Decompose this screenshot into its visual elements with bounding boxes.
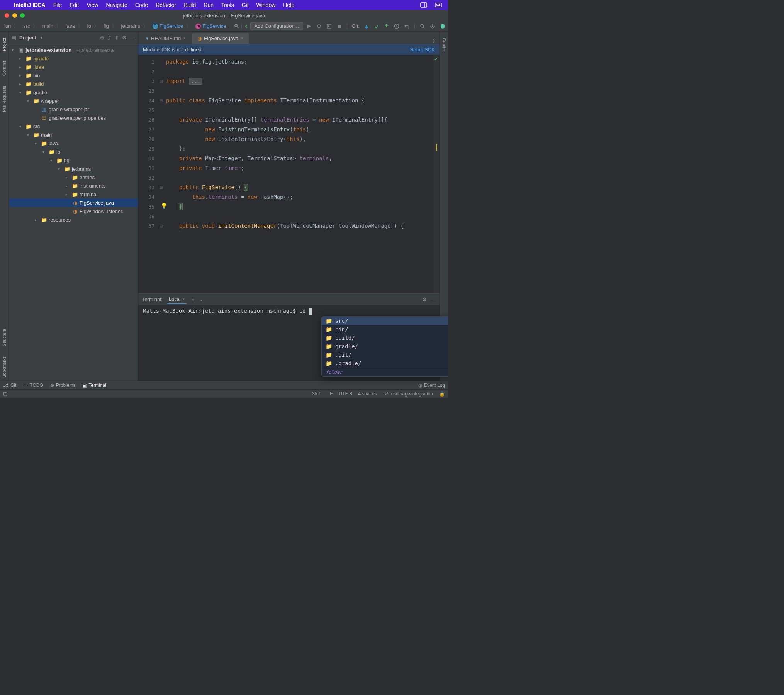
menu-tools[interactable]: Tools	[221, 2, 234, 8]
terminal-settings-icon[interactable]: ⚙	[422, 297, 427, 302]
stop-icon[interactable]	[336, 23, 342, 29]
menu-help[interactable]: Help	[283, 2, 294, 8]
code-editor[interactable]: 123232425262728293031323334353637 ⊞⊟⊟⊟ 💡…	[138, 55, 440, 293]
tree-node[interactable]: ▥gradle-wrapper.jar	[9, 105, 138, 114]
tree-node[interactable]: ◑FigWindowListener.	[9, 207, 138, 215]
bottomtab-problems[interactable]: ⊘ Problems	[50, 383, 76, 388]
tree-node[interactable]: ▾📁io	[9, 147, 138, 156]
tree-root[interactable]: ▾ ▣ jetbrains-extension ~/p/jetbrains-ex…	[9, 46, 138, 54]
suggestion-item[interactable]: 📁bin/	[322, 325, 448, 334]
menu-edit[interactable]: Edit	[70, 2, 79, 8]
sidetab-bookmarks[interactable]: Bookmarks	[1, 353, 7, 381]
tree-node[interactable]: ▤gradle-wrapper.properties	[9, 114, 138, 122]
inspections-icon[interactable]	[234, 23, 240, 29]
session-dropdown-icon[interactable]: ⌄	[199, 297, 203, 302]
menu-git[interactable]: Git	[242, 2, 249, 8]
menubar-keyboard-icon[interactable]	[435, 2, 442, 8]
sidetab-commit[interactable]: Commit	[1, 58, 7, 79]
tree-node[interactable]: ▸📁terminal	[9, 190, 138, 198]
chevron-left-icon[interactable]	[243, 23, 249, 29]
menu-run[interactable]: Run	[204, 2, 214, 8]
breadcrumb-method[interactable]: mFigService	[193, 23, 228, 29]
indent-setting[interactable]: 4 spaces	[358, 391, 377, 397]
lock-icon[interactable]: 🔒	[439, 391, 445, 397]
menu-window[interactable]: Window	[256, 2, 276, 8]
hide-panel-icon[interactable]: —	[130, 35, 135, 41]
ide-shield-icon[interactable]	[440, 23, 446, 29]
tree-node[interactable]: ▸📁bin	[9, 71, 138, 80]
breadcrumb-class[interactable]: CFigService〉	[151, 23, 193, 30]
menu-file[interactable]: File	[53, 2, 62, 8]
editor-tab-figservice[interactable]: ◑ FigService.java ×	[192, 33, 249, 44]
new-session-icon[interactable]: +	[191, 296, 195, 303]
project-view-icon[interactable]: ▤	[12, 35, 16, 41]
git-pull-icon[interactable]	[363, 23, 370, 29]
menu-build[interactable]: Build	[184, 2, 196, 8]
expand-all-icon[interactable]: ⇵	[107, 35, 112, 41]
tree-node[interactable]: ▾📁fig	[9, 156, 138, 164]
tab-overflow-icon[interactable]: ⋮	[430, 37, 436, 44]
tree-node[interactable]: ▾📁main	[9, 131, 138, 139]
search-icon[interactable]	[419, 23, 426, 29]
tree-node[interactable]: ▾📁gradle	[9, 88, 138, 97]
file-encoding[interactable]: UTF-8	[339, 391, 352, 397]
suggestion-item[interactable]: 📁build/	[322, 334, 448, 342]
tree-node[interactable]: ▾📁src	[9, 122, 138, 131]
project-tree[interactable]: ▾ ▣ jetbrains-extension ~/p/jetbrains-ex…	[8, 44, 138, 381]
editor-tab-readme[interactable]: ▾ README.md ×	[141, 33, 191, 44]
bottomtab-todo[interactable]: ≔ TODO	[23, 383, 43, 388]
breadcrumb[interactable]: io〉	[85, 23, 101, 30]
error-stripe[interactable]: ✔	[433, 55, 440, 293]
tree-node[interactable]: ▾📁java	[9, 139, 138, 147]
sidetab-structure[interactable]: Structure	[1, 326, 7, 349]
settings-gear-icon[interactable]	[429, 23, 436, 29]
terminal-body[interactable]: Matts-MacBook-Air:jetbrains-extension ms…	[138, 305, 440, 381]
suggestion-item[interactable]: 📁.gradle/	[322, 359, 448, 368]
sidetab-project[interactable]: Project	[1, 35, 7, 54]
close-tab-icon[interactable]: ×	[241, 36, 243, 41]
git-push-icon[interactable]	[384, 23, 390, 29]
suggestion-item[interactable]: 📁.git/	[322, 351, 448, 359]
breadcrumb[interactable]: src〉	[21, 23, 39, 30]
fold-gutter[interactable]: ⊞⊟⊟⊟	[158, 55, 165, 293]
bottomtab-terminal[interactable]: ▣ Terminal	[82, 383, 106, 388]
intention-bulb-icon[interactable]: 💡	[161, 201, 167, 211]
sidetab-pull-requests[interactable]: Pull Requests	[1, 83, 7, 115]
menu-view[interactable]: View	[87, 2, 98, 8]
terminal-session-tab[interactable]: Local ×	[167, 295, 187, 304]
warning-marker[interactable]	[436, 144, 437, 151]
toolwindows-quick-icon[interactable]: ▢	[3, 391, 7, 397]
gear-icon[interactable]: ⚙	[122, 35, 127, 41]
locate-icon[interactable]: ⊕	[100, 35, 104, 41]
app-name[interactable]: IntelliJ IDEA	[14, 2, 46, 8]
tree-node[interactable]: ▾📁jetbrains	[9, 164, 138, 173]
cursor-position[interactable]: 35:1	[312, 391, 321, 397]
tree-node[interactable]: ▸📁.idea	[9, 63, 138, 71]
run-configuration-dropdown[interactable]: Add Configuration...	[250, 22, 303, 30]
tree-node[interactable]: ◑FigService.java	[9, 198, 138, 207]
project-label[interactable]: Project	[19, 35, 36, 41]
suggestion-item[interactable]: 📁gradle/	[322, 342, 448, 351]
close-tab-icon[interactable]: ×	[183, 36, 186, 41]
menu-refactor[interactable]: Refactor	[156, 2, 176, 8]
sidetab-gradle[interactable]: Gradle	[441, 35, 447, 54]
menubar-panel-icon[interactable]	[420, 2, 427, 8]
menu-code[interactable]: Code	[135, 2, 148, 8]
tree-node[interactable]: ▸📁.gradle	[9, 54, 138, 63]
breadcrumb[interactable]: ion〉	[2, 23, 20, 30]
tree-node[interactable]: ▸📁entries	[9, 173, 138, 181]
collapse-all-icon[interactable]: ⥣	[115, 35, 119, 41]
bottomtab-git[interactable]: ⎇ Git	[3, 383, 16, 388]
coverage-run-icon[interactable]	[326, 23, 332, 29]
breadcrumb[interactable]: fig〉	[102, 23, 119, 30]
project-view-dropdown-icon[interactable]: ▼	[39, 36, 43, 40]
git-commit-icon[interactable]	[373, 23, 380, 29]
git-history-icon[interactable]	[394, 23, 400, 29]
bottomtab-event-log[interactable]: ◶ Event Log	[418, 383, 445, 388]
tree-node[interactable]: ▸📁build	[9, 80, 138, 88]
breadcrumb[interactable]: java〉	[64, 23, 85, 30]
tree-node[interactable]: ▸📁resources	[9, 215, 138, 224]
menu-navigate[interactable]: Navigate	[106, 2, 127, 8]
debug-icon[interactable]	[316, 23, 322, 29]
breadcrumb[interactable]: main〉	[41, 23, 63, 30]
